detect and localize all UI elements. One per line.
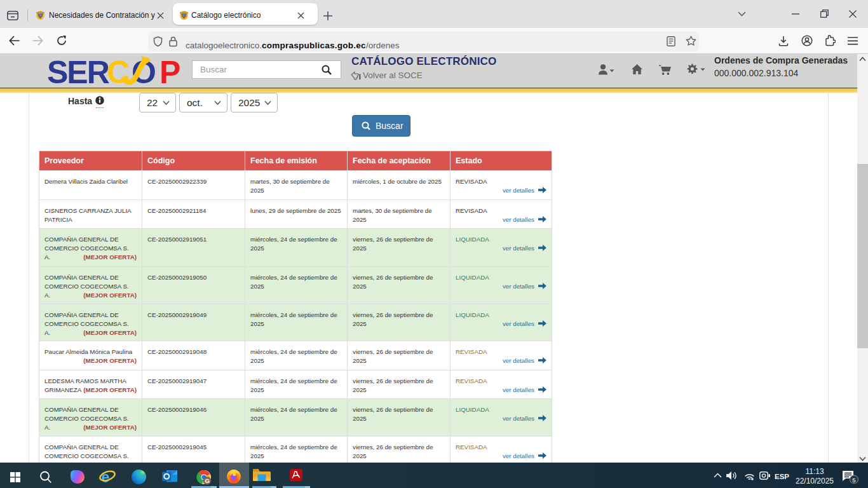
svg-text:P: P	[159, 55, 180, 88]
svg-text:5: 5	[852, 477, 855, 484]
svg-text:SER: SER	[47, 55, 110, 88]
svg-text:G: G	[205, 477, 210, 484]
